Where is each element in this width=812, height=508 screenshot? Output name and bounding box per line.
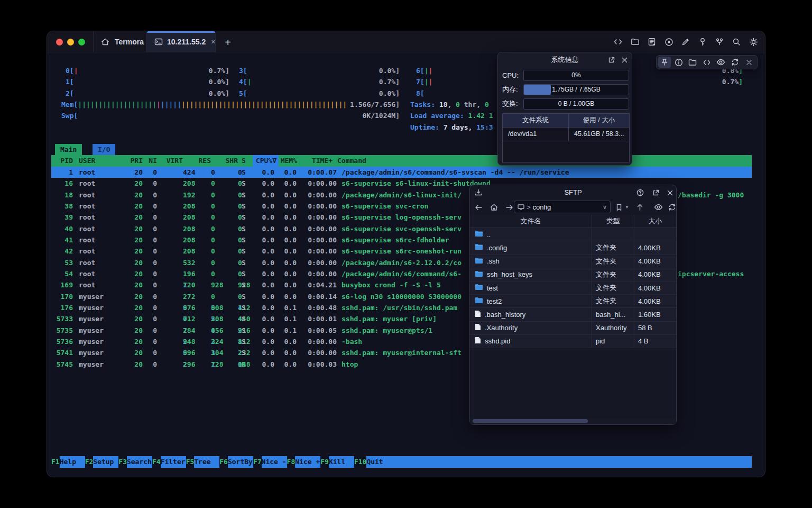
close-icon[interactable] [620,55,629,65]
fs-table-row[interactable]: /dev/vda145.61GB / 58.3... [503,128,629,141]
edit-icon[interactable] [680,37,691,47]
file-size: 4.00KB [634,241,676,254]
folder-icon[interactable] [630,37,640,47]
folder-icon [475,257,483,266]
close-icon[interactable] [665,188,675,197]
process-row[interactable]: 1root20042400S0.00.00:00.07/package/admi… [51,167,752,178]
fkey-action-F8[interactable]: Nice + [295,456,320,468]
traffic-minimize-button[interactable] [67,39,74,46]
fkey-action-F4[interactable]: Filter [161,456,186,468]
column-header[interactable]: TIME+ [296,155,333,167]
file-size: 4.00KB [634,268,676,281]
file-row[interactable]: ssh_host_keys文件夹4.00KB [470,268,676,282]
folder-icon [475,230,483,239]
file-row[interactable]: .ssh文件夹4.00KB [470,255,676,268]
fkey-F4[interactable]: F4 [152,456,161,468]
fkey-F2[interactable]: F2 [85,456,94,468]
log-icon[interactable] [647,37,657,47]
keychain-icon[interactable] [714,37,725,47]
gpu-monitor-icon[interactable] [715,57,727,68]
code-icon[interactable] [613,37,623,47]
chevron-down-icon[interactable]: ∨ [603,204,607,211]
column-header[interactable]: MEM% [271,155,297,167]
column-header[interactable]: USER [79,155,95,167]
terminal-float-toolbar [656,55,758,69]
process-table-header[interactable]: PIDUSERPRINIVIRTRESSHRSCPU%∇MEM%TIME+Com… [51,155,752,167]
refresh-icon[interactable] [666,202,678,213]
new-tab-button[interactable]: + [222,36,234,49]
fkey-action-F6[interactable]: SortBy [228,456,253,468]
fkey-F6[interactable]: F6 [219,456,228,468]
column-header[interactable]: PRI [119,155,143,167]
record-icon[interactable] [663,37,674,47]
file-row[interactable]: .config文件夹4.00KB [470,241,676,255]
column-header[interactable]: Command [337,155,366,167]
forward-icon[interactable] [503,202,515,213]
traffic-zoom-button[interactable] [78,39,85,46]
fkey-F7[interactable]: F7 [253,456,262,468]
home-icon[interactable] [488,202,500,213]
settings-icon[interactable] [748,37,759,47]
file-column-header[interactable]: 类型 [592,215,634,228]
fkey-action-F1[interactable]: Help [60,456,85,468]
open-in-window-icon[interactable] [651,188,660,197]
fkey-action-F3[interactable]: Search [127,456,152,468]
code-icon[interactable] [700,57,713,68]
horizontal-scrollbar[interactable] [470,418,676,424]
fkey-F8[interactable]: F8 [287,456,296,468]
fkey-action-F5[interactable]: Tree [194,456,219,468]
file-type: pid [592,335,634,348]
path-breadcrumb[interactable]: > config ∨ [514,201,611,213]
refresh-icon[interactable] [728,57,741,68]
scrollbar-thumb[interactable] [473,419,588,423]
fkey-F1[interactable]: F1 [51,456,60,468]
show-hidden-icon[interactable] [652,202,664,213]
file-row[interactable]: test2文件夹4.00KB [470,295,676,308]
file-row[interactable]: .. [470,228,676,241]
upload-icon[interactable] [634,202,645,213]
column-header[interactable]: PID [49,155,73,167]
search-icon[interactable] [731,37,742,47]
cpu-meter-0: 0[|0.7%] [66,65,229,76]
file-row[interactable]: sshd.pidpid4 B [470,335,676,348]
help-icon[interactable] [635,188,645,197]
column-header[interactable]: RES [184,155,211,167]
file-row[interactable]: test文件夹4.00KB [470,282,676,295]
back-icon[interactable] [473,202,484,213]
folder-icon[interactable] [686,57,699,68]
fkey-action-F9[interactable]: Kill [329,456,354,468]
file-column-header[interactable]: 文件名 [470,215,592,228]
fkey-F5[interactable]: F5 [186,456,195,468]
file-row[interactable]: .bash_historybash_hi...1.60KB [470,308,676,321]
fkey-action-F2[interactable]: Setup [93,456,118,468]
terminal-icon [154,37,163,47]
tab-termora[interactable]: Termora [93,31,147,52]
cpu-meter-2: 2[0.0%] [66,88,229,99]
file-row[interactable]: .XauthorityXauthority58 B [470,322,676,335]
htop-tab-io[interactable]: I/O [93,144,115,155]
pin-icon[interactable] [658,57,671,68]
fkey-F10[interactable]: F10 [354,456,366,468]
htop-tab-main[interactable]: Main [55,144,82,155]
fkey-F9[interactable]: F9 [320,456,329,468]
download-icon[interactable] [474,188,483,197]
info-icon[interactable] [672,57,685,68]
fkey-action-F10[interactable]: Quit [366,456,752,468]
tab-close-icon[interactable]: × [211,38,215,46]
bookmark-icon[interactable] [613,202,625,213]
file-name: .config [487,244,507,252]
tab-session[interactable]: 10.211.55.2 × [147,31,216,52]
close-icon[interactable] [743,57,755,68]
key-icon[interactable] [697,37,708,47]
column-header[interactable]: S [242,155,246,167]
bookmark-caret-icon[interactable]: ▼ [625,205,629,210]
open-in-window-icon[interactable] [606,55,616,65]
fkey-action-F7[interactable]: Nice - [262,456,287,468]
file-type: 文件夹 [592,241,634,254]
traffic-close-button[interactable] [56,39,63,46]
file-column-header[interactable]: 大小 [634,215,676,228]
column-header[interactable]: SHR [211,155,238,167]
fkey-F3[interactable]: F3 [118,456,127,468]
column-header[interactable]: VIRT [154,155,183,167]
cpu-bar: 0% [523,70,629,81]
